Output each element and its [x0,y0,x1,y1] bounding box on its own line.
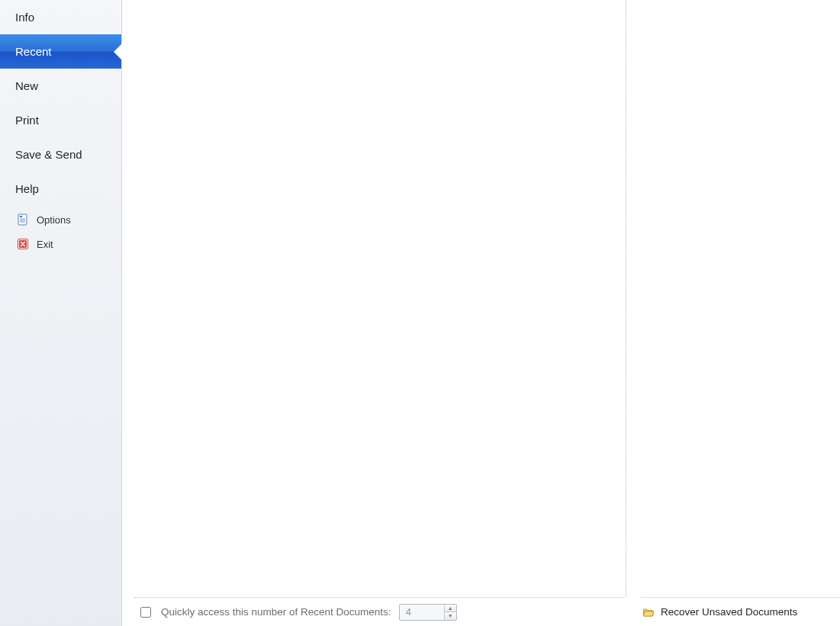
exit-icon [17,238,29,250]
sidebar-item-help[interactable]: Help [0,172,121,206]
quick-access-footer: Quickly access this number of Recent Doc… [134,597,624,626]
sidebar-item-label: Help [15,182,39,195]
spinner-down-button[interactable]: ▼ [445,612,456,620]
column-divider [626,0,626,597]
folder-open-icon [642,606,655,618]
backstage-sidebar: Info Recent New Print Save & Send Help [0,0,122,626]
sidebar-item-options[interactable]: Options [0,209,121,230]
sidebar-item-save-send[interactable]: Save & Send [0,137,121,172]
options-icon [17,213,29,226]
sidebar-item-label: Recent [15,45,52,58]
spinner-buttons: ▲ ▼ [444,605,456,620]
recover-unsaved-button[interactable]: Recover Unsaved Documents [641,597,840,626]
sidebar-item-label: New [15,79,38,92]
sidebar-sub-label: Options [37,214,71,226]
sidebar-item-recent[interactable]: Recent [0,34,121,69]
sidebar-item-label: Info [15,11,34,24]
svg-rect-0 [18,214,27,225]
quick-access-spinner[interactable]: 4 ▲ ▼ [399,604,457,621]
sidebar-item-new[interactable]: New [0,69,121,103]
svg-rect-1 [20,216,22,217]
spinner-up-button[interactable]: ▲ [445,605,456,613]
sidebar-item-info[interactable]: Info [0,0,121,34]
sidebar-item-print[interactable]: Print [0,103,121,137]
quick-access-value: 4 [400,605,444,620]
sidebar-sub-label: Exit [37,239,53,250]
sidebar-item-label: Save & Send [15,148,82,161]
sidebar-item-label: Print [15,114,39,127]
quick-access-label: Quickly access this number of Recent Doc… [161,606,391,618]
sidebar-item-exit[interactable]: Exit [0,233,121,255]
recent-panel [122,0,840,626]
recover-unsaved-label: Recover Unsaved Documents [661,606,797,618]
quick-access-checkbox[interactable] [140,607,151,618]
